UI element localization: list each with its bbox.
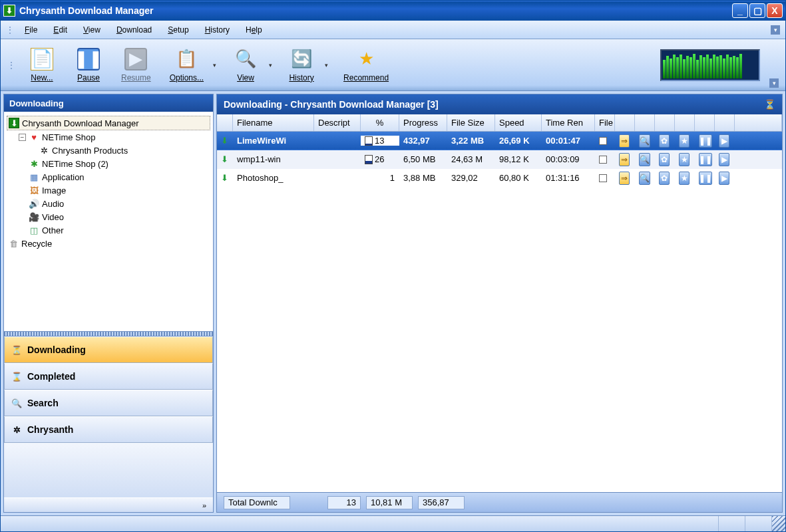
col-extra3[interactable]	[655, 114, 675, 131]
row-play-button[interactable]: ▶	[719, 153, 729, 166]
tree-other[interactable]: ◫Other	[7, 223, 210, 237]
sidebar-splitter[interactable]	[4, 331, 213, 336]
tree-netime2[interactable]: ✱NETime Shop (2)	[7, 157, 210, 170]
table-row[interactable]: ⬇ wmp11-win 26 6,50 MB 24,63 M 98,12 K 0…	[217, 150, 782, 169]
history-dropdown[interactable]: ▾	[321, 45, 331, 85]
row-info-button[interactable]: ⇒	[619, 134, 630, 148]
resize-grip[interactable]	[772, 516, 785, 531]
col-timerem[interactable]: Time Ren	[542, 114, 595, 131]
sidebar-header: Downloading	[4, 94, 213, 112]
col-progress[interactable]: Progress	[399, 114, 447, 131]
col-extra5[interactable]	[695, 114, 715, 131]
minimize-button[interactable]: _	[732, 3, 748, 18]
menubar-overflow-icon[interactable]: ▾	[771, 25, 780, 35]
menu-view[interactable]: View	[75, 23, 108, 37]
col-extra2[interactable]	[635, 114, 655, 131]
maximize-button[interactable]: ▢	[749, 3, 765, 18]
view-dropdown[interactable]: ▾	[266, 45, 275, 85]
menu-history[interactable]: History	[197, 23, 238, 37]
col-filename[interactable]: Filename	[233, 114, 314, 131]
tree-products[interactable]: ✲Chrysanth Products	[7, 144, 210, 157]
col-extra6[interactable]	[715, 114, 735, 131]
pinwheel-icon: ✲	[11, 424, 22, 435]
status-cell	[745, 516, 772, 531]
nav-chrysanth[interactable]: ✲Chrysanth	[4, 416, 213, 443]
nav-downloading[interactable]: ⏳Downloading	[4, 336, 213, 363]
col-description[interactable]: Descript	[314, 114, 361, 131]
view-button[interactable]: 🔍 View	[226, 45, 266, 86]
row-info-button[interactable]: ⇒	[619, 153, 630, 166]
row-search-button[interactable]: 🔍	[639, 172, 650, 185]
menu-download[interactable]: Download	[108, 23, 160, 37]
main-footer: Total Downlc 13 10,81 M 356,87	[217, 492, 782, 512]
recommend-label: Recommend	[343, 73, 389, 82]
row-pause-button[interactable]: ❚❚	[699, 172, 712, 185]
col-icon[interactable]	[217, 114, 233, 131]
menubar-grip-icon[interactable]: ⋮	[6, 25, 14, 35]
star-icon: ★	[355, 48, 377, 70]
row-pause-button[interactable]: ❚❚	[699, 134, 712, 148]
nav-expand[interactable]: »	[4, 497, 213, 512]
col-percent[interactable]: %	[361, 114, 399, 131]
col-speed[interactable]: Speed	[495, 114, 542, 131]
col-extra7[interactable]	[735, 114, 782, 131]
col-extra1[interactable]	[615, 114, 635, 131]
new-button[interactable]: 📄 New...	[22, 45, 62, 86]
toolbar-grip-icon[interactable]: ⋮	[7, 61, 15, 70]
row-pause-button[interactable]: ❚❚	[699, 153, 712, 166]
nav-search[interactable]: 🔍Search	[4, 390, 213, 416]
titlebar[interactable]: ⬇ Chrysanth Download Manager _ ▢ X	[1, 1, 785, 21]
cell-filename: Photoshop_	[233, 173, 314, 183]
checkbox[interactable]	[599, 156, 607, 164]
recommend-button[interactable]: ★ Recommend	[337, 45, 395, 86]
table-row[interactable]: ⬇ LimeWireWi 13 432,97 3,22 MB 26,69 K 0…	[217, 132, 782, 150]
row-star-button[interactable]: ★	[679, 134, 689, 148]
view-label: View	[237, 73, 254, 82]
menu-file[interactable]: File	[17, 23, 45, 37]
col-file[interactable]: File	[595, 114, 615, 131]
table-row[interactable]: ⬇ Photoshop_ 1 3,88 MB 329,02 60,80 K 01…	[217, 169, 782, 188]
options-dropdown[interactable]: ▾	[210, 45, 219, 85]
checkbox[interactable]	[599, 137, 607, 145]
tree-image[interactable]: 🖼Image	[7, 184, 210, 197]
tree-recycle[interactable]: 🗑Recycle	[7, 237, 210, 250]
col-filesize[interactable]: File Size	[447, 114, 495, 131]
row-settings-button[interactable]: ✿	[659, 134, 670, 148]
row-info-button[interactable]: ⇒	[619, 172, 630, 185]
row-play-button[interactable]: ▶	[719, 134, 729, 148]
close-button[interactable]: X	[767, 3, 783, 18]
collapse-icon[interactable]: −	[19, 134, 26, 141]
options-button[interactable]: 📋 Options...	[164, 45, 210, 86]
tree-application[interactable]: ▦Application	[7, 170, 210, 184]
checkbox[interactable]	[599, 174, 607, 182]
options-label: Options...	[170, 73, 204, 82]
menu-edit[interactable]: Edit	[45, 23, 75, 37]
row-search-button[interactable]: 🔍	[639, 134, 650, 148]
row-settings-button[interactable]: ✿	[659, 153, 670, 166]
menu-setup[interactable]: Setup	[160, 23, 196, 37]
pause-button[interactable]: ❚❚ Pause	[69, 45, 108, 86]
row-star-button[interactable]: ★	[679, 153, 689, 166]
hourglass-icon: ⌛	[11, 371, 22, 382]
cell-speed: 60,80 K	[495, 173, 542, 183]
menu-help[interactable]: Help	[238, 23, 270, 37]
cell-timerem: 01:31:16	[542, 173, 595, 183]
tree-netime[interactable]: −♥NETime Shop	[7, 130, 210, 144]
resume-button[interactable]: ▶ Resume	[115, 45, 157, 86]
app-title: Chrysanth Download Manager	[19, 5, 153, 16]
cell-filename: wmp11-win	[233, 154, 314, 164]
nav-completed[interactable]: ⌛Completed	[4, 363, 213, 390]
tree-root[interactable]: ⬇Chrysanth Download Manager	[7, 116, 210, 130]
new-file-icon: 📄	[31, 48, 53, 70]
tree-video[interactable]: 🎥Video	[7, 210, 210, 223]
app-icon: ⬇	[3, 5, 15, 17]
col-extra4[interactable]	[675, 114, 695, 131]
toolbar-overflow-icon[interactable]: ▾	[769, 78, 779, 88]
tree-audio[interactable]: 🔊Audio	[7, 197, 210, 210]
history-button[interactable]: 🔄 History	[282, 45, 321, 86]
row-settings-button[interactable]: ✿	[659, 172, 670, 185]
row-play-button[interactable]: ▶	[719, 172, 729, 185]
recycle-icon: 🗑	[8, 238, 19, 249]
row-star-button[interactable]: ★	[679, 172, 689, 185]
row-search-button[interactable]: 🔍	[639, 153, 650, 166]
